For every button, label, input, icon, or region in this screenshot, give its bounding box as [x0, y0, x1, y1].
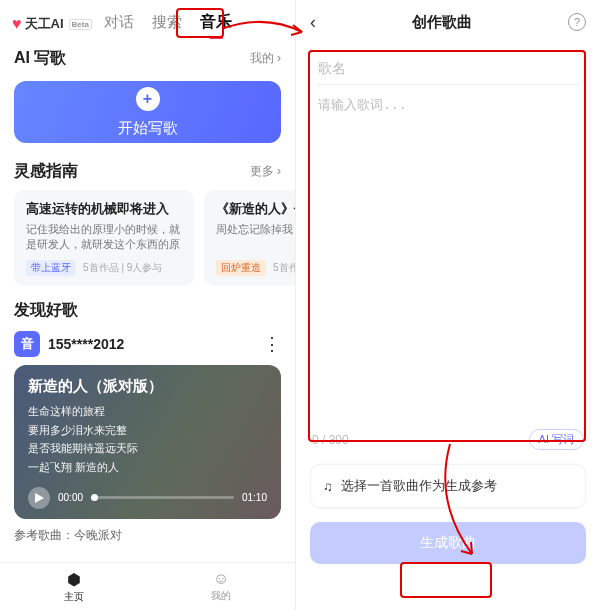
nav-mine[interactable]: ☺ 我的: [211, 570, 231, 603]
card-meta: 5首作品: [273, 262, 295, 273]
inspiration-card[interactable]: 高速运转的机械即将进入 记住我给出的原理小的时候，就是研发人，就研发这个东西的原…: [14, 190, 194, 286]
song-username: 155****2012: [48, 336, 255, 352]
card-title: 高速运转的机械即将进入: [26, 200, 182, 218]
top-tabs: 对话 搜索 音乐: [104, 12, 232, 37]
plus-icon: +: [136, 87, 160, 111]
divider: [316, 84, 580, 85]
card-meta: 5首作品 | 9人参与: [83, 262, 162, 273]
reference-value: 今晚派对: [74, 528, 122, 542]
nav-home-label: 主页: [64, 590, 84, 604]
inspiration-more-link[interactable]: 更多 ›: [250, 163, 281, 180]
song-header: 音 155****2012 ⋮: [0, 329, 295, 365]
card-body: 记住我给出的原理小的时候，就是研发人，就研发这个东西的原理: [26, 222, 182, 252]
card-tag: 回炉重造: [216, 260, 266, 276]
lyric-line: 一起飞翔 新造的人: [28, 458, 267, 477]
back-button[interactable]: ‹: [310, 12, 316, 33]
time-current: 00:00: [58, 492, 83, 503]
avatar: 音: [14, 331, 40, 357]
brand-name: 天工AI: [25, 15, 64, 33]
help-icon[interactable]: ?: [568, 13, 586, 31]
song-more-icon[interactable]: ⋮: [263, 333, 281, 355]
time-total: 01:10: [242, 492, 267, 503]
discover-header: 发现好歌: [0, 300, 295, 329]
card-title: 《新造的人》但是: [216, 200, 295, 218]
inspiration-card[interactable]: 《新造的人》但是 周处忘记除掉我？那我…… 回炉重造 5首作品: [204, 190, 295, 286]
nav-home[interactable]: ⬢ 主页: [64, 570, 84, 604]
bottom-nav: ⬢ 主页 ☺ 我的: [0, 562, 295, 610]
lyric-line: 是否我能期待遥远天际: [28, 439, 267, 458]
compose-topbar: ‹ 创作歌曲 ?: [296, 0, 600, 44]
inspiration-cards: 高速运转的机械即将进入 记住我给出的原理小的时候，就是研发人，就研发这个东西的原…: [0, 190, 295, 300]
song-card[interactable]: 新造的人（派对版） 生命这样的旅程 要用多少泪水来完整 是否我能期待遥远天际 一…: [14, 365, 281, 519]
tab-music[interactable]: 音乐: [200, 12, 232, 37]
tab-search[interactable]: 搜索: [152, 13, 182, 36]
char-counter: 0 / 300: [312, 433, 349, 447]
face-icon: ☺: [213, 570, 229, 588]
left-pane: ♥ 天工AI Beta 对话 搜索 音乐 AI 写歌 我的 › + 开始写歌 灵…: [0, 0, 296, 610]
song-name-input[interactable]: [312, 50, 584, 84]
reference-label: 参考歌曲：: [14, 528, 74, 542]
compose-box: [310, 50, 586, 423]
home-icon: ⬢: [67, 570, 81, 589]
ai-write-mine-link[interactable]: 我的 ›: [250, 50, 281, 67]
tab-chat[interactable]: 对话: [104, 13, 134, 36]
start-writing-label: 开始写歌: [118, 119, 178, 138]
ai-write-title: AI 写歌: [14, 48, 66, 69]
song-lyrics: 生命这样的旅程 要用多少泪水来完整 是否我能期待遥远天际 一起飞翔 新造的人: [28, 402, 267, 477]
card-tag: 带上蓝牙: [26, 260, 76, 276]
compose-title: 创作歌曲: [412, 13, 472, 32]
brand-badge: Beta: [69, 19, 92, 30]
song-title: 新造的人（派对版）: [28, 377, 267, 396]
right-pane: ‹ 创作歌曲 ? 0 / 300 AI 写词 ♫ 选择一首歌曲作为生成参考 生成…: [296, 0, 600, 610]
brand-logo: ♥ 天工AI Beta: [12, 15, 92, 33]
generate-label: 生成歌曲: [420, 534, 476, 552]
ai-write-header: AI 写歌 我的 ›: [0, 44, 295, 77]
reference-picker-label: 选择一首歌曲作为生成参考: [341, 477, 497, 495]
lyric-line: 要用多少泪水来完整: [28, 421, 267, 440]
generate-button[interactable]: 生成歌曲: [310, 522, 586, 564]
player: 00:00 01:10: [28, 487, 267, 509]
nav-mine-label: 我的: [211, 589, 231, 603]
start-writing-button[interactable]: + 开始写歌: [14, 81, 281, 143]
compose-footer: 0 / 300 AI 写词: [312, 429, 584, 450]
play-button[interactable]: [28, 487, 50, 509]
card-body: 周处忘记除掉我？那我……: [216, 222, 295, 252]
inspiration-title: 灵感指南: [14, 161, 78, 182]
lyrics-input[interactable]: [312, 89, 584, 419]
inspiration-header: 灵感指南 更多 ›: [0, 157, 295, 190]
progress-bar[interactable]: [91, 496, 234, 499]
ai-write-chip[interactable]: AI 写词: [529, 429, 584, 450]
play-icon: [35, 493, 44, 503]
top-bar: ♥ 天工AI Beta 对话 搜索 音乐: [0, 0, 295, 44]
lyric-line: 生命这样的旅程: [28, 402, 267, 421]
reference-row: 参考歌曲：今晚派对: [0, 519, 295, 544]
heart-icon: ♥: [12, 16, 22, 32]
reference-picker[interactable]: ♫ 选择一首歌曲作为生成参考: [310, 464, 586, 508]
music-note-icon: ♫: [323, 479, 333, 494]
discover-title: 发现好歌: [14, 300, 78, 321]
